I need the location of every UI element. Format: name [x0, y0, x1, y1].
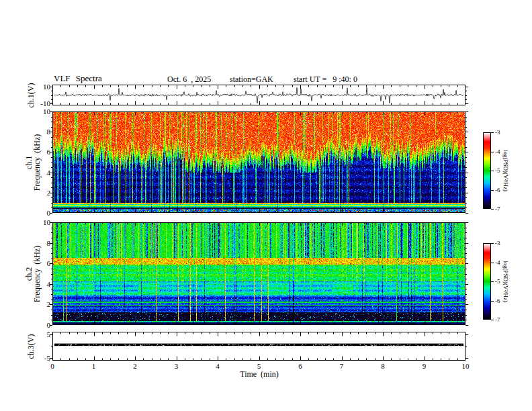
axis-tick [466, 137, 467, 138]
frequency-khz-label: Frequency (kHz) [32, 134, 42, 191]
axis-tick [466, 248, 467, 248]
axis-tick [491, 281, 494, 282]
axis-tick [51, 183, 52, 183]
axis-tick [51, 289, 52, 289]
axis-tick [466, 320, 467, 320]
frequency-khz-label: Frequency (kHz) [32, 246, 42, 303]
axis-tick [50, 103, 52, 104]
axis-tick [466, 193, 468, 193]
axis-tick [51, 300, 52, 300]
x-tick-label: 3 [175, 363, 179, 370]
axis-tick [51, 157, 52, 158]
axis-tick [51, 99, 52, 100]
cbar2-tick-label: -4 [495, 259, 500, 265]
axis-tick [51, 269, 52, 269]
colorbar-ch2 [483, 243, 491, 320]
axis-tick [51, 294, 52, 295]
axis-tick [466, 122, 467, 122]
axis-tick [51, 248, 52, 248]
ch1-voltage-axis-title: ch.1(V) [27, 83, 35, 108]
axis-tick [466, 315, 467, 316]
axis-tick [466, 232, 467, 233]
axis-tick [51, 279, 52, 279]
x-tick-label: 8 [381, 363, 385, 370]
axis-tick [466, 132, 468, 132]
date-label: Oct. 6 , 2025 [167, 75, 211, 83]
ch1-wave-y-tick-label: -10 [40, 100, 50, 107]
axis-tick [466, 173, 468, 173]
axis-tick [50, 304, 52, 305]
axis-tick [51, 228, 52, 228]
axis-tick [51, 137, 52, 138]
axis-tick [51, 347, 52, 347]
ch1-waveform-canvas [52, 85, 466, 105]
x-tick-label: 7 [340, 363, 344, 370]
axis-tick [50, 334, 52, 335]
axis-tick [50, 213, 52, 214]
axis-tick [51, 197, 52, 198]
axis-tick [51, 259, 52, 259]
axis-tick [50, 284, 52, 285]
colorbar-ch1 [483, 132, 491, 209]
axis-tick [50, 111, 52, 112]
page-title: VLF Spectra [54, 74, 102, 83]
axis-tick [466, 263, 468, 264]
ch2-spectrogram-canvas [52, 222, 466, 325]
cbar1-tick-label: -6 [495, 187, 500, 193]
axis-tick [466, 274, 467, 275]
axis-tick [466, 183, 467, 183]
ch2-frequency-axis-title: ch.2Frequency (kHz) [25, 246, 41, 303]
axis-tick [466, 253, 467, 254]
axis-tick [466, 127, 467, 128]
axis-tick [51, 253, 52, 254]
axis-tick [491, 263, 494, 263]
cbar2-tick-label: -6 [495, 298, 500, 304]
axis-tick [466, 147, 467, 148]
x-tick-label: 0 [50, 363, 54, 370]
axis-tick [51, 167, 52, 168]
cbar1-tick-label: -7 [495, 206, 500, 212]
axis-tick [491, 243, 494, 244]
axis-tick [466, 347, 467, 347]
axis-tick [466, 279, 467, 279]
axis-tick [466, 187, 467, 188]
axis-tick [491, 190, 494, 191]
axis-tick [466, 358, 468, 359]
axis-tick [466, 167, 467, 168]
colorbar-unit-ch1: log(PSD)(V²/Hz) [502, 150, 509, 191]
axis-tick [466, 294, 467, 295]
axis-tick [51, 122, 52, 122]
ch1-frequency-axis-title: ch.1Frequency (kHz) [25, 134, 41, 191]
axis-tick [50, 243, 52, 244]
axis-tick [51, 203, 52, 203]
axis-tick [466, 117, 467, 118]
axis-tick [466, 197, 467, 198]
axis-tick [51, 232, 52, 233]
axis-tick [50, 263, 52, 264]
axis-tick [51, 310, 52, 310]
axis-tick [466, 111, 468, 112]
axis-tick [466, 157, 467, 158]
axis-tick [50, 193, 52, 193]
x-tick-label: 5 [257, 363, 261, 370]
axis-tick [466, 142, 467, 142]
axis-tick [466, 95, 467, 96]
axis-tick [491, 320, 494, 320]
time-axis-title: Time (min) [240, 370, 279, 378]
axis-tick [51, 238, 52, 238]
axis-tick [491, 132, 494, 133]
cbar2-tick-label: -3 [495, 240, 500, 246]
x-tick-label: 1 [92, 363, 96, 370]
axis-tick [466, 203, 467, 203]
axis-tick [51, 147, 52, 148]
x-tick-label: 2 [133, 363, 137, 370]
x-tick-label: 10 [462, 363, 470, 370]
start-ut-label: start UT = 9 :40: 0 [294, 75, 357, 83]
axis-tick [466, 152, 468, 152]
axis-tick [466, 213, 468, 214]
axis-tick [50, 132, 52, 132]
axis-tick [51, 274, 52, 275]
axis-tick [466, 238, 467, 238]
axis-tick [51, 177, 52, 178]
axis-tick [491, 152, 494, 152]
